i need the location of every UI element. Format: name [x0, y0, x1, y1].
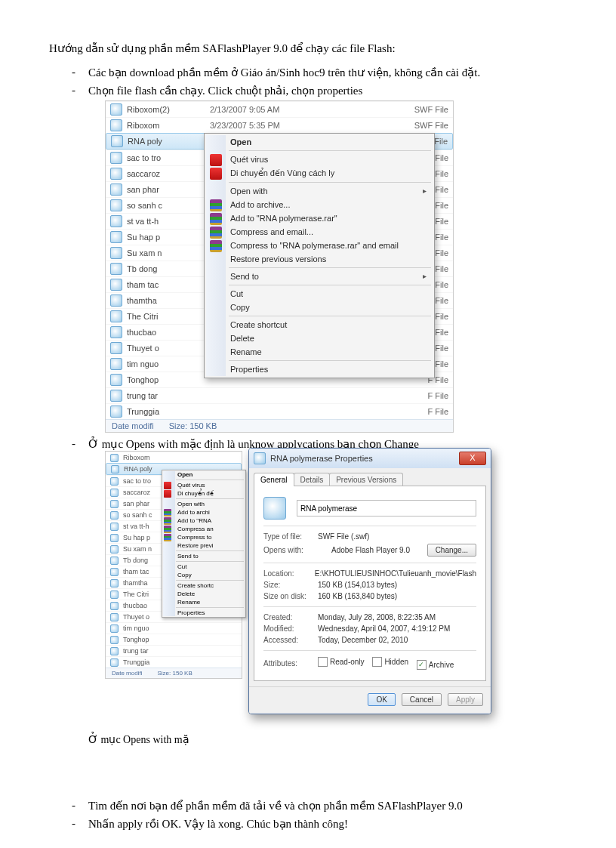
apply-button[interactable]: Apply [448, 693, 483, 706]
swf-icon [110, 183, 122, 196]
file-row[interactable]: TrunggiaF File [106, 403, 453, 419]
tab-previous-versions[interactable]: Previous Versions [329, 473, 403, 486]
ctx-addarchive[interactable]: Add to archi [162, 508, 245, 517]
file-type: SWF File [316, 105, 453, 114]
checkbox-hidden[interactable]: Hidden [372, 657, 408, 667]
value-sizeondisk: 160 KB (163,840 bytes) [318, 592, 476, 600]
explorer-window: Riboxom(2)2/13/2007 9:05 AMSWF FileRibox… [105, 100, 454, 433]
swf-icon [110, 523, 119, 531]
ctx-delete[interactable]: Delete [162, 590, 245, 598]
ctx-openwith[interactable]: Open with [162, 500, 245, 508]
file-row[interactable]: Riboxom [106, 452, 242, 463]
ctx-delete[interactable]: Delete [206, 331, 433, 345]
winrar-icon [210, 199, 222, 211]
winrar-icon [164, 509, 171, 517]
file-row[interactable]: Riboxom3/23/2007 5:35 PMSWF File [106, 117, 453, 133]
ctx-properties[interactable]: Properties [162, 609, 245, 617]
ctx-cut[interactable]: Cut [206, 287, 433, 301]
tab-details[interactable]: Details [294, 473, 331, 486]
ctx-open[interactable]: Open [162, 470, 245, 479]
ctx-restore[interactable]: Restore previous versions [206, 252, 433, 266]
close-button[interactable]: X [459, 452, 486, 465]
swf-icon [110, 511, 119, 520]
status-size-label: Size: [169, 421, 187, 430]
ctx-addarchive[interactable]: Add to archive... [206, 198, 433, 211]
bullet-item: Tìm đến nơi bạn để phần mềm đã tải về và… [72, 799, 567, 813]
ctx-quetvirus[interactable]: Quét virus [162, 481, 245, 489]
file-name: Trunggia [127, 407, 210, 416]
swf-icon [110, 152, 122, 164]
winrar-icon [210, 213, 222, 225]
checkbox-readonly[interactable]: Read-only [318, 657, 365, 667]
dialog-title: RNA polymerase Properties [270, 454, 373, 463]
file-date: 2/13/2007 9:05 AM [210, 105, 316, 114]
ctx-restore[interactable]: Restore previ [162, 541, 245, 550]
ctx-addrar[interactable]: Add to "RNA [162, 517, 245, 525]
status-bar: Date modifi Size: 150 KB [106, 668, 242, 678]
swf-icon [110, 545, 119, 554]
file-row[interactable]: Riboxom(2)2/13/2007 9:05 AMSWF File [106, 101, 453, 117]
value-modified: Wednesday, April 04, 2007, 4:19:12 PM [318, 624, 476, 633]
ctx-openwith[interactable]: Open with [206, 184, 433, 198]
swf-icon [110, 310, 122, 322]
ctx-dichuyen[interactable]: Di chuyển đế [162, 489, 245, 498]
file-name: trung tar [123, 647, 242, 655]
file-name: tim nguo [123, 624, 242, 632]
ctx-cut[interactable]: Cut [162, 563, 245, 571]
ctx-dichuyen[interactable]: Di chuyển đến Vùng cách ly [206, 166, 433, 180]
swf-icon [110, 374, 122, 386]
flash-icon [318, 546, 327, 555]
ctx-compemail[interactable]: Compress and email... [206, 225, 433, 239]
ctx-open[interactable]: Open [206, 135, 433, 149]
swf-icon [110, 279, 122, 291]
swf-icon [110, 405, 122, 418]
file-type: F File [316, 391, 453, 400]
ctx-shortcut[interactable]: Create shortc [162, 581, 245, 590]
status-date-label: Date modifi [112, 421, 154, 430]
ctx-addrar[interactable]: Add to "RNA polymerase.rar" [206, 211, 433, 225]
truncated-caption: Ở mục Opens with mặ [88, 733, 567, 746]
swf-icon [110, 477, 119, 486]
file-name: tim nguo [127, 359, 210, 368]
file-name: RNA poly [128, 137, 211, 146]
file-name: st va tt-h [127, 217, 210, 226]
status-size-label: Size: [157, 670, 171, 677]
dialog-titlebar: RNA polymerase Properties X [249, 449, 491, 468]
ctx-rename[interactable]: Rename [206, 345, 433, 359]
checkbox-archive[interactable]: ✓Archive [417, 660, 454, 670]
ctx-quetvirus[interactable]: Quét virus [206, 153, 433, 166]
file-row[interactable]: tim nguo [106, 622, 242, 634]
file-row[interactable]: trung tarF File [106, 387, 453, 403]
cancel-button[interactable]: Cancel [402, 693, 442, 706]
file-name-input[interactable] [297, 500, 476, 517]
file-name: tham tac [127, 280, 210, 289]
bullet-item: Ở mục Opens with mặc định là unknow appl… [72, 437, 567, 746]
ctx-sendto[interactable]: Send to [162, 552, 245, 560]
swf-icon [110, 647, 119, 655]
ctx-copy[interactable]: Copy [206, 301, 433, 314]
ok-button[interactable]: OK [368, 693, 395, 706]
file-name: The Citri [127, 312, 210, 321]
ctx-copy[interactable]: Copy [162, 571, 245, 579]
ctx-compraremail[interactable]: Compress to "RNA polymerase.rar" and ema… [206, 239, 433, 252]
swf-icon [110, 568, 119, 576]
tab-strip: General Details Previous Versions [254, 473, 486, 486]
ctx-rename[interactable]: Rename [162, 598, 245, 606]
status-size: 150 KB [189, 421, 217, 430]
file-name: Thuyet o [127, 344, 210, 353]
swf-icon [110, 390, 122, 402]
ctx-sendto[interactable]: Send to [206, 270, 433, 283]
ctx-compemail[interactable]: Compress an [162, 525, 245, 533]
file-name: thucbao [127, 328, 210, 337]
file-name: trung tar [127, 391, 210, 400]
ctx-compraremail[interactable]: Compress to [162, 533, 245, 541]
file-row[interactable]: trung tar [106, 645, 242, 656]
change-button[interactable]: Change... [427, 544, 476, 557]
ctx-shortcut[interactable]: Create shortcut [206, 318, 433, 331]
swf-icon [110, 103, 122, 116]
bullet-list: Các bạn download phần mềm ở Giáo án/Sinh… [49, 66, 567, 831]
ctx-properties[interactable]: Properties [206, 362, 433, 376]
file-row[interactable]: Tonghop [106, 634, 242, 645]
tab-general[interactable]: General [254, 473, 294, 486]
file-row[interactable]: Trunggia [106, 656, 242, 668]
